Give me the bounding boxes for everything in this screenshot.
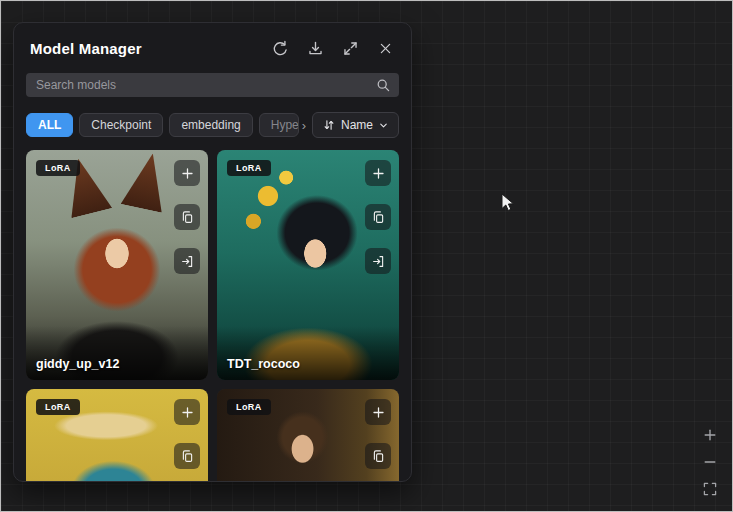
model-type-badge: LoRA: [36, 160, 80, 176]
filter-chip-hypernetwork[interactable]: Hype: [259, 113, 299, 137]
refresh-button[interactable]: [266, 36, 294, 60]
filter-chip-checkpoint[interactable]: Checkpoint: [79, 113, 163, 137]
model-name-overlay: TDT_rococo: [217, 326, 399, 380]
search-icon[interactable]: [375, 77, 391, 93]
model-card[interactable]: LoRA: [217, 389, 399, 481]
copy-icon: [371, 449, 386, 464]
filter-chip-embedding[interactable]: embedding: [169, 113, 252, 137]
card-actions: [365, 160, 391, 274]
add-model-button[interactable]: [365, 399, 391, 425]
model-type-badge: LoRA: [36, 399, 80, 415]
plus-icon: [180, 166, 195, 181]
zoom-in-button[interactable]: [698, 423, 722, 447]
expand-icon: [342, 40, 359, 57]
copy-model-button[interactable]: [174, 443, 200, 469]
load-icon: [371, 254, 386, 269]
plus-icon: [371, 405, 386, 420]
plus-icon: [371, 166, 386, 181]
panel-title: Model Manager: [30, 40, 259, 57]
plus-icon: [180, 405, 195, 420]
model-name-overlay: giddy_up_v12: [26, 326, 208, 380]
sort-dropdown[interactable]: Name: [312, 112, 399, 138]
download-icon: [307, 40, 324, 57]
model-type-badge: LoRA: [227, 160, 271, 176]
copy-model-button[interactable]: [365, 204, 391, 230]
app-screen: Model Manager: [0, 0, 733, 512]
refresh-icon: [272, 40, 289, 57]
model-type-badge: LoRA: [227, 399, 271, 415]
add-model-button[interactable]: [174, 160, 200, 186]
download-button[interactable]: [301, 36, 329, 60]
filter-row: ALL Checkpoint embedding Hype › Name: [26, 112, 399, 138]
chevron-down-icon: [378, 120, 389, 131]
copy-model-button[interactable]: [365, 443, 391, 469]
card-actions: [174, 160, 200, 274]
fox-ear-shape: [121, 150, 174, 213]
search-bar: [26, 73, 399, 97]
model-manager-panel: Model Manager: [13, 22, 412, 482]
search-input[interactable]: [26, 73, 399, 97]
close-button[interactable]: [371, 36, 399, 60]
load-icon: [180, 254, 195, 269]
model-name: TDT_rococo: [227, 357, 300, 371]
canvas-toolbar: [698, 423, 722, 501]
filters-scroll-more[interactable]: ›: [302, 118, 306, 133]
add-model-button[interactable]: [174, 399, 200, 425]
fit-view-icon: [702, 481, 718, 497]
model-card[interactable]: LoRA giddy_up_v12: [26, 150, 208, 380]
load-model-button[interactable]: [365, 248, 391, 274]
add-model-button[interactable]: [365, 160, 391, 186]
expand-button[interactable]: [336, 36, 364, 60]
card-actions: [174, 399, 200, 469]
copy-icon: [371, 210, 386, 225]
close-icon: [378, 41, 393, 56]
zoom-out-button[interactable]: [698, 450, 722, 474]
sort-label: Name: [341, 118, 373, 132]
model-card[interactable]: LoRA TDT_rococo: [217, 150, 399, 380]
filter-chips: ALL Checkpoint embedding Hype ›: [26, 113, 306, 137]
sort-arrows-icon: [322, 118, 336, 132]
model-card-list[interactable]: LoRA giddy_up_v12: [14, 150, 411, 481]
model-name: giddy_up_v12: [36, 357, 119, 371]
copy-icon: [180, 210, 195, 225]
filter-chip-all[interactable]: ALL: [26, 113, 73, 137]
copy-icon: [180, 449, 195, 464]
plus-icon: [702, 427, 718, 443]
fit-view-button[interactable]: [698, 477, 722, 501]
minus-icon: [702, 454, 718, 470]
model-card[interactable]: LoRA: [26, 389, 208, 481]
copy-model-button[interactable]: [174, 204, 200, 230]
panel-header: Model Manager: [14, 23, 411, 62]
card-actions: [365, 399, 391, 469]
cards-grid: LoRA giddy_up_v12: [26, 150, 399, 481]
load-model-button[interactable]: [174, 248, 200, 274]
